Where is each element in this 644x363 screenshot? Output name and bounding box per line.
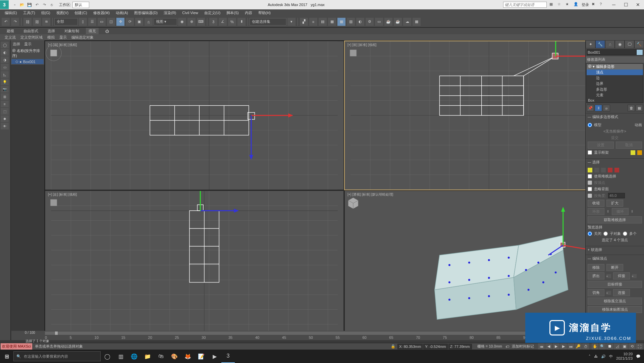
help-icon[interactable]: ? (600, 2, 605, 7)
play-button[interactable]: ▶ (553, 343, 559, 350)
stack-border[interactable]: 边界 (587, 81, 643, 87)
removeiso-button[interactable]: 移除孤立顶点 (588, 298, 642, 305)
tab-motion-icon[interactable]: ◉ (615, 40, 625, 48)
keyboard-button[interactable]: ⌨ (197, 18, 205, 26)
select-object-button[interactable]: ▯ (79, 18, 87, 26)
edge-icon[interactable]: 🌐 (127, 350, 141, 363)
stack-editpoly[interactable]: ⦿ ▾编辑多边形 (587, 64, 643, 69)
link-button[interactable]: ⛓ (23, 18, 32, 26)
select-rect-button[interactable]: ▭ (98, 18, 106, 26)
tab-selection[interactable]: 选择 (45, 28, 58, 34)
window-crossing-button[interactable]: ◫ (107, 18, 115, 26)
taskview-button[interactable]: ◯ (101, 350, 114, 363)
unlink-button[interactable]: ⛓ (33, 18, 41, 26)
zoom-all-button[interactable]: 🔲 (606, 343, 613, 350)
start-button[interactable]: ⊞ (0, 350, 13, 363)
cancel-button[interactable]: 取消 (616, 142, 642, 149)
se-btn-10[interactable]: ⬚ (1, 108, 9, 115)
menu-help[interactable]: 帮助(H) (256, 10, 273, 15)
ring-button[interactable]: 环形 (588, 208, 604, 215)
se-tab-display[interactable]: 显示 (24, 42, 32, 47)
render-prod-button[interactable]: ☕ (394, 18, 402, 26)
shrink-button[interactable]: 收缩 (588, 200, 604, 207)
se-btn-5[interactable]: ◺ (1, 71, 9, 78)
cage-color-2[interactable] (637, 150, 642, 155)
cortana-icon[interactable]: ▥ (114, 350, 127, 363)
tab-hierarchy-icon[interactable]: ⛬ (605, 40, 615, 48)
taskbar-clock[interactable]: 10:202021/1/23 (616, 352, 633, 361)
user-icon[interactable]: 👤 (574, 2, 579, 7)
menu-tools[interactable]: 工具(T) (20, 10, 38, 15)
qat-link-icon[interactable]: ⎋ (49, 2, 54, 7)
render-button[interactable]: ☕ (384, 18, 392, 26)
qat-new-icon[interactable]: ▫ (12, 2, 17, 7)
infocenter-icon[interactable]: ▦ (549, 2, 555, 7)
toggle-ribbon-button[interactable]: ▦ (328, 18, 336, 26)
preview-off-radio[interactable] (588, 231, 592, 236)
se-btn-6[interactable]: 💡 (1, 79, 9, 85)
ribbon-sub-flow[interactable]: 定义流 (3, 35, 18, 40)
refcoord-dropdown[interactable]: 视图 ▾ (154, 18, 177, 25)
lock-icon[interactable]: 🔒 (391, 344, 395, 349)
bind-button[interactable]: ≋ (42, 18, 50, 26)
close-button[interactable]: ✕ (632, 0, 644, 9)
targetweld-button[interactable]: 目标焊接 (588, 281, 642, 288)
menu-content[interactable]: 内容 (242, 10, 255, 15)
sel-poly-icon[interactable] (608, 168, 612, 172)
maximize-button[interactable]: ☐ (620, 0, 632, 9)
se-btn-9[interactable]: ≡ (1, 101, 9, 107)
render-setup-button[interactable]: ⚙ (366, 18, 374, 26)
tab-modeling[interactable]: 建模 (4, 28, 17, 34)
notifications-icon[interactable]: 💬 (636, 354, 641, 359)
maximize-vp-button[interactable]: ⛶ (636, 343, 643, 350)
curve-editor-button[interactable]: ▦ (337, 18, 345, 26)
tray-volume-icon[interactable]: 🔊 (601, 354, 606, 359)
undo-button[interactable]: ↶ (2, 18, 10, 26)
firefox-icon[interactable]: 🦊 (181, 350, 195, 363)
angle-spinner[interactable] (608, 193, 625, 198)
add-time-tag[interactable]: 添加时间标记 (509, 344, 537, 349)
viewport-top[interactable]: [+] [顶] [标准] [线框] (45, 41, 344, 190)
tab-modify-icon[interactable]: 🔧 (595, 40, 605, 48)
extrude-button[interactable]: 挤出 (588, 272, 604, 279)
chamfer-button[interactable]: 切角 (588, 289, 604, 296)
prev-frame-button[interactable]: ◀ (545, 343, 552, 350)
getstack-button[interactable]: 获取堆栈选择 (588, 216, 642, 223)
remove-mod-button[interactable]: 🗑 (628, 105, 635, 111)
coord-x[interactable]: X: 80.353mm (397, 344, 423, 349)
select-rotate-button[interactable]: ⟳ (126, 18, 134, 26)
angle-snap-button[interactable]: ∠ (219, 18, 227, 26)
tab-display-icon[interactable]: 🖵 (625, 40, 634, 48)
orbit-button[interactable]: ⟲ (629, 343, 635, 350)
menu-grapheditor[interactable]: 图形编辑器(D) (131, 10, 160, 15)
key-mode-button[interactable]: 🔑 (575, 343, 582, 350)
spinner-snap-button[interactable]: ⬍ (237, 18, 246, 26)
menu-edit[interactable]: 编辑(E) (2, 10, 20, 15)
object-color-swatch[interactable] (636, 49, 643, 55)
app-icon-1[interactable]: 🛍 (154, 350, 168, 363)
taskbar-search[interactable]: 🔍 在这里输入你要搜索的内容 (13, 351, 101, 361)
grow-button[interactable]: 扩大 (606, 200, 623, 207)
settings-button[interactable]: 设置 (588, 142, 614, 149)
viewport-left[interactable]: [+] [左] [标准] [线框] (45, 191, 344, 340)
ribbon-sub-display[interactable]: 显示 (57, 35, 69, 40)
app-icon-3[interactable]: 📝 (195, 350, 208, 363)
se-btn-11[interactable]: ✱ (1, 115, 9, 122)
schematic-button[interactable]: ▥ (347, 18, 355, 26)
workspace-dropdown[interactable]: 默认 (72, 2, 89, 8)
mirror-button[interactable]: ▞ (300, 18, 308, 26)
menu-group[interactable]: 组(G) (39, 10, 53, 15)
maxscript-listener[interactable]: 欢迎使用 MAXSci (1, 343, 32, 350)
se-btn-12[interactable]: 👁 (1, 123, 9, 129)
tree-item-box001[interactable]: ◇ ● Box001 (11, 59, 44, 64)
sel-vertex-icon[interactable] (588, 168, 592, 172)
snap-button[interactable]: 3 (209, 18, 217, 26)
select-move-button[interactable]: ✥ (116, 18, 124, 26)
render-frame-button[interactable]: ▭ (375, 18, 383, 26)
select-name-button[interactable]: ☰ (88, 18, 96, 26)
unique-button[interactable]: ⎄ (603, 105, 610, 111)
tab-create-icon[interactable]: ✦ (586, 40, 595, 48)
ribbon-sub-sim[interactable]: 模拟 (45, 35, 57, 40)
sel-border-icon[interactable] (601, 168, 606, 172)
object-name-input[interactable] (587, 49, 636, 55)
